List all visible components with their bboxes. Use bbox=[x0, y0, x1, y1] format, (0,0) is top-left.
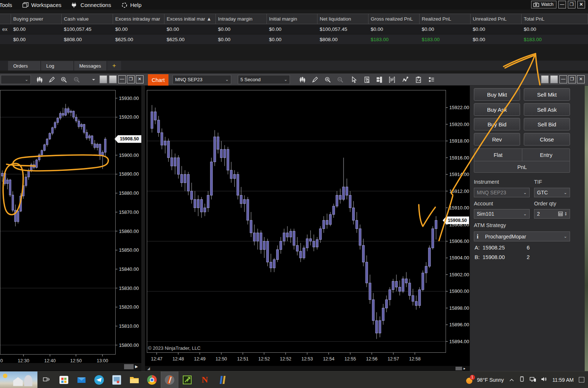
column-header[interactable]: Net liquidation bbox=[317, 14, 369, 24]
quantity-stepper[interactable]: 2 ▲ ▼ bbox=[534, 209, 570, 219]
qty-down-icon[interactable]: ▼ bbox=[565, 214, 567, 216]
cursor-pointer-icon[interactable] bbox=[349, 75, 358, 84]
menu-item-help[interactable]: Help bbox=[116, 0, 147, 10]
menu-item-tools[interactable]: Tools bbox=[0, 0, 17, 10]
column-header[interactable]: Unrealized PnL bbox=[471, 14, 522, 24]
rev-button[interactable]: Rev bbox=[474, 133, 520, 146]
taskbar-store-app[interactable] bbox=[55, 371, 73, 388]
draw-pencil-icon[interactable] bbox=[311, 75, 319, 84]
column-header[interactable]: Buying power bbox=[11, 14, 62, 24]
column-header[interactable]: Initial margin bbox=[267, 14, 317, 24]
buy-ask-button[interactable]: Buy Ask bbox=[474, 103, 520, 116]
atm-strategy-select[interactable]: i ProchargedMopar ⌄ bbox=[474, 231, 570, 241]
taskbar-weather-widget[interactable] bbox=[0, 371, 37, 388]
watch-button[interactable]: Watch bbox=[531, 1, 556, 8]
chart-maximize-button[interactable]: ❐ bbox=[568, 75, 576, 83]
panel-square-icon[interactable] bbox=[541, 75, 549, 83]
pnl-button[interactable]: PnL bbox=[474, 161, 570, 173]
chart-close-button[interactable]: ✕ bbox=[577, 75, 585, 83]
interval-dropdown[interactable]: 5 Second⌄ bbox=[238, 75, 290, 84]
left-chart-maximize-button[interactable]: ❐ bbox=[127, 75, 135, 83]
column-header[interactable]: Intraday margin bbox=[216, 14, 267, 24]
column-header[interactable]: Excess initial mar ▲ bbox=[164, 14, 216, 24]
strategy-clipboard-icon[interactable] bbox=[414, 75, 423, 84]
tif-select[interactable]: GTC⌄ bbox=[534, 188, 570, 197]
zoom-out-icon[interactable] bbox=[72, 75, 81, 84]
tray-expand-icon[interactable] bbox=[509, 377, 514, 383]
network-icon[interactable] bbox=[530, 377, 536, 383]
sell-ask-button[interactable]: Sell Ask bbox=[524, 103, 570, 116]
scroll-right-icon[interactable]: ▶ bbox=[135, 364, 138, 369]
task-view-button[interactable] bbox=[37, 371, 55, 388]
data-box-icon[interactable] bbox=[363, 75, 371, 84]
window-maximize-button[interactable]: ❐ bbox=[568, 1, 576, 8]
column-header[interactable]: Excess intraday mar bbox=[113, 14, 164, 24]
entry-button[interactable]: Entry bbox=[522, 149, 570, 161]
taskbar-telegram-app[interactable] bbox=[90, 371, 108, 388]
add-tab-button[interactable]: + bbox=[107, 61, 121, 71]
taskbar-file-explorer[interactable] bbox=[126, 371, 143, 388]
tab-orders[interactable]: Orders bbox=[8, 61, 40, 71]
taskbar-weather-status[interactable]: 1 98°F Sunny bbox=[466, 376, 504, 384]
list-properties-icon[interactable] bbox=[427, 75, 436, 84]
flat-button[interactable]: Flat bbox=[474, 149, 522, 161]
chart-window-tab[interactable]: Chart bbox=[148, 74, 168, 86]
table-row[interactable]: ex$0.00$100,057.45$0.00$0.00$0.00$0.00$1… bbox=[0, 24, 588, 34]
taskbar-nt-red-app[interactable]: N bbox=[196, 371, 214, 388]
chart-trader-icon[interactable] bbox=[375, 75, 384, 84]
tab-messages[interactable]: Messages bbox=[74, 61, 106, 71]
column-header[interactable]: Cash value bbox=[62, 14, 113, 24]
zoom-out-icon[interactable] bbox=[336, 75, 345, 84]
info-icon[interactable]: i bbox=[477, 233, 478, 240]
taskbar-ninjatrader-app[interactable] bbox=[161, 371, 178, 388]
chart-style-icon[interactable] bbox=[35, 75, 44, 84]
notification-center-icon[interactable] bbox=[579, 377, 584, 382]
column-header[interactable]: Total PnL bbox=[522, 14, 588, 24]
zoom-in-icon[interactable] bbox=[323, 75, 332, 84]
scroll-right-icon[interactable]: ▸ bbox=[464, 366, 465, 371]
taskbar-clock[interactable]: 11:59 AM bbox=[552, 377, 574, 383]
buy-bid-button[interactable]: Buy Bid bbox=[474, 118, 520, 130]
panel-square-icon[interactable] bbox=[550, 75, 558, 83]
column-header[interactable]: Gross realized PnL bbox=[369, 14, 420, 24]
volume-icon[interactable] bbox=[541, 377, 547, 383]
horizontal-scrollbar[interactable]: ▶ bbox=[0, 363, 141, 371]
window-close-button[interactable]: ✕ bbox=[577, 1, 585, 8]
close-button[interactable]: Close bbox=[524, 133, 570, 146]
left-chart-dropdown[interactable]: ⌄ bbox=[1, 75, 31, 84]
menu-item-workspaces[interactable]: Workspaces bbox=[17, 0, 66, 10]
instrument-dropdown[interactable]: MNQ SEP23⌄ bbox=[173, 75, 231, 84]
column-header[interactable]: Realized PnL bbox=[420, 14, 471, 24]
buy-mkt-button[interactable]: Buy Mkt bbox=[474, 88, 520, 101]
left-chart-minimize-button[interactable]: — bbox=[118, 75, 126, 83]
account-select[interactable]: Sim101⌄ bbox=[474, 209, 530, 219]
mini-chart-window-icon[interactable] bbox=[388, 75, 396, 84]
taskbar-photos-app[interactable] bbox=[108, 371, 126, 388]
calculator-icon[interactable] bbox=[558, 211, 563, 216]
panel-square-icon[interactable] bbox=[99, 75, 107, 83]
taskbar-chrome-app[interactable] bbox=[143, 371, 161, 388]
main-chart[interactable]: 15922.0015920.0015918.0015916.0015914.00… bbox=[145, 86, 470, 371]
sell-bid-button[interactable]: Sell Bid bbox=[524, 118, 570, 130]
taskbar-mail-app[interactable] bbox=[73, 371, 90, 388]
taskbar-blue-gold-app[interactable] bbox=[214, 371, 231, 388]
menu-item-connections[interactable]: Connections bbox=[66, 0, 116, 10]
sell-mkt-button[interactable]: Sell Mkt bbox=[524, 88, 570, 101]
table-row[interactable]: $0.00$808.00$625.00$625.00$0.00$0.00$808… bbox=[0, 34, 588, 44]
panel-square-icon[interactable] bbox=[109, 75, 117, 83]
overview-chart[interactable]: 15930.0015920.0015900.0015890.0015880.00… bbox=[0, 86, 141, 371]
draw-pencil-icon[interactable] bbox=[47, 75, 56, 84]
column-header[interactable] bbox=[0, 14, 11, 24]
resize-corner-icon[interactable]: ◢ bbox=[147, 366, 150, 371]
window-minimize-button[interactable]: — bbox=[558, 1, 566, 8]
zoom-in-icon[interactable] bbox=[59, 75, 68, 84]
tab-log[interactable]: Log bbox=[41, 61, 73, 71]
phone-link-icon[interactable] bbox=[519, 376, 525, 384]
instrument-select[interactable]: MNQ SEP23⌄ bbox=[474, 188, 530, 197]
horizontal-scrollbar[interactable]: ◢ ▸ bbox=[145, 366, 470, 371]
chart-minimize-button[interactable]: — bbox=[559, 75, 567, 83]
taskbar-trading-app[interactable] bbox=[178, 371, 196, 388]
toolbar-overflow-icon[interactable] bbox=[91, 75, 96, 84]
line-chart-icon[interactable] bbox=[401, 75, 410, 84]
chart-style-icon[interactable] bbox=[298, 75, 307, 84]
